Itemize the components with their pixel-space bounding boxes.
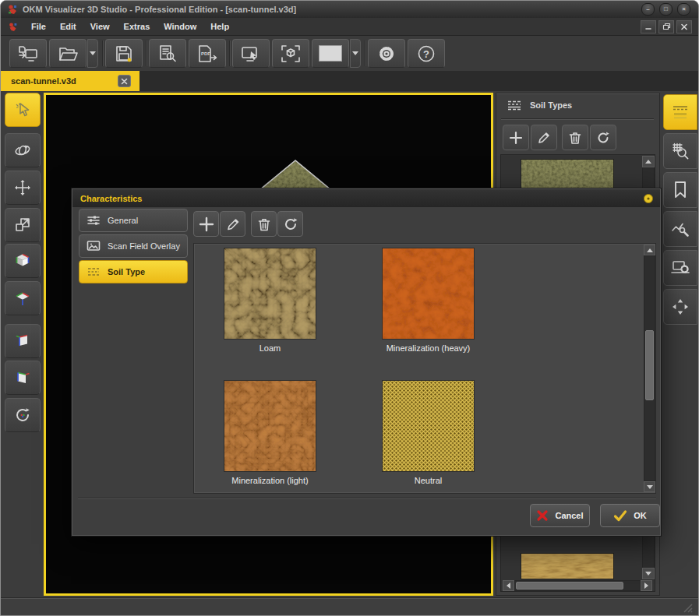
refresh-icon: [595, 130, 611, 146]
background-color-swatch: [319, 45, 342, 62]
status-bar: [1, 597, 698, 616]
panel-edit-button[interactable]: [531, 125, 557, 150]
soil-tile-loam[interactable]: [224, 248, 316, 339]
panel-add-button[interactable]: [503, 125, 529, 150]
help-button[interactable]: ?: [408, 39, 445, 68]
app-window: OKM Visualizer 3D Studio - Professional …: [0, 0, 699, 616]
characteristics-dialog: Characteristics General Scan Field Overl…: [71, 188, 662, 537]
screenshot-button[interactable]: [232, 39, 270, 68]
refresh-icon: [283, 216, 298, 232]
plane-side-view-icon: [13, 332, 32, 350]
list-scroll-left-button[interactable]: [503, 580, 514, 591]
tab-bookmarks[interactable]: [663, 172, 697, 208]
soil-types-panel-header: Soil Types: [507, 100, 572, 111]
menu-view[interactable]: View: [83, 19, 117, 33]
soil-tile-label: Neutral: [383, 476, 474, 485]
save-file-button[interactable]: [105, 39, 143, 68]
panel-delete-button[interactable]: [562, 125, 588, 150]
grid-vertical-scrollbar[interactable]: [644, 255, 655, 481]
view-side-button[interactable]: [5, 324, 41, 358]
document-close-button[interactable]: [676, 20, 692, 33]
window-title: OKM Visualizer 3D Studio - Professional …: [23, 5, 296, 14]
dialog-tab-soil-type[interactable]: Soil Type: [79, 260, 188, 283]
dialog-help-icon[interactable]: [643, 193, 654, 204]
resize-grip[interactable]: [683, 603, 694, 614]
document-restore-button[interactable]: [658, 20, 674, 33]
menu-edit[interactable]: Edit: [53, 19, 83, 33]
chevron-down-icon: [90, 51, 96, 55]
soil-tile-label: Loam: [224, 343, 316, 353]
tab-scan-search[interactable]: [663, 133, 697, 169]
list-horizontal-scrollbar[interactable]: [514, 580, 641, 591]
open-file-button[interactable]: [49, 39, 86, 68]
background-color-button[interactable]: [312, 39, 349, 68]
chart-wrench-icon: [670, 219, 690, 239]
tab-analysis-tools[interactable]: [663, 211, 697, 247]
soil-type-grid[interactable]: Loam Mineralization (heavy) Mineralizati…: [193, 243, 656, 494]
soil-tile-neutral[interactable]: [383, 381, 474, 471]
document-minimize-button[interactable]: [641, 20, 656, 33]
dialog-tab-label: Soil Type: [108, 267, 145, 276]
soil-texture-thumbnail[interactable]: [521, 554, 613, 579]
dialog-add-button[interactable]: [193, 211, 219, 237]
dialog-refresh-button[interactable]: [277, 211, 303, 237]
import-scan-button[interactable]: [9, 39, 47, 68]
open-file-dropdown[interactable]: [87, 39, 98, 68]
tab-soil-types[interactable]: [663, 94, 697, 130]
panel-refresh-button[interactable]: [590, 125, 616, 150]
dialog-tab-scan-field-overlay[interactable]: Scan Field Overlay: [79, 234, 188, 258]
menu-file[interactable]: File: [24, 19, 53, 33]
soil-types-tab-icon: [670, 102, 690, 122]
import-scan-icon: [18, 44, 38, 63]
list-scroll-down-button[interactable]: [642, 568, 655, 579]
print-preview-icon: [158, 44, 177, 63]
tab-report[interactable]: [663, 250, 697, 286]
dialog-title-bar[interactable]: Characteristics: [72, 189, 660, 207]
bookmark-icon: [670, 180, 690, 200]
print-preview-button[interactable]: [149, 39, 186, 68]
window-maximize-button[interactable]: □: [659, 3, 673, 16]
grid-scroll-up-button[interactable]: [644, 245, 655, 255]
main-toolbar: PDF: [1, 36, 698, 72]
reset-rotation-icon: [13, 406, 32, 424]
view-front-button[interactable]: [5, 361, 41, 395]
cancel-button[interactable]: Cancel: [530, 504, 590, 527]
center-3d-view-button[interactable]: [272, 39, 309, 68]
pan-tool-button[interactable]: [5, 171, 41, 205]
window-close-button[interactable]: ×: [677, 3, 690, 16]
tab-scan-tunnel[interactable]: scan-tunnel.v3d: [1, 71, 139, 91]
tab-close-button[interactable]: [118, 75, 131, 87]
dialog-edit-button[interactable]: [220, 211, 245, 237]
menu-help[interactable]: Help: [203, 19, 236, 33]
vertical-scroll-thumb[interactable]: [645, 330, 654, 400]
list-scroll-right-button[interactable]: [641, 580, 652, 591]
settings-button[interactable]: [368, 39, 405, 68]
pointer-cursor-icon: [13, 100, 32, 119]
dialog-tab-general[interactable]: General: [79, 209, 188, 232]
menu-extras[interactable]: Extras: [117, 19, 157, 33]
zoom-tool-button[interactable]: [5, 208, 41, 242]
export-pdf-button[interactable]: PDF: [189, 39, 226, 68]
grid-scroll-down-button[interactable]: [644, 481, 655, 492]
orbit-rotate-icon: [12, 141, 33, 160]
list-scroll-up-button[interactable]: [642, 156, 655, 167]
tab-navigator[interactable]: [663, 289, 697, 325]
menu-bar: File Edit View Extras Window Help: [1, 18, 698, 36]
view-top-button[interactable]: [5, 281, 41, 315]
scan-surface-peak: [249, 159, 342, 190]
window-minimize-button[interactable]: –: [641, 3, 655, 16]
select-tool-button[interactable]: [5, 93, 41, 127]
horizontal-scroll-thumb[interactable]: [516, 582, 623, 590]
dialog-delete-button[interactable]: [251, 211, 277, 237]
close-icon: [121, 78, 128, 85]
soil-tile-label: Mineralization (heavy): [383, 343, 474, 353]
cancel-button-label: Cancel: [555, 511, 583, 520]
view-3d-button[interactable]: [5, 244, 41, 278]
menu-window[interactable]: Window: [157, 19, 203, 33]
soil-tile-mineralization-light[interactable]: [224, 381, 316, 471]
background-color-dropdown[interactable]: [350, 39, 361, 68]
ok-button[interactable]: OK: [600, 504, 660, 527]
soil-tile-mineralization-heavy[interactable]: [383, 248, 474, 339]
reset-view-button[interactable]: [5, 398, 41, 432]
rotate-tool-button[interactable]: [5, 133, 41, 167]
